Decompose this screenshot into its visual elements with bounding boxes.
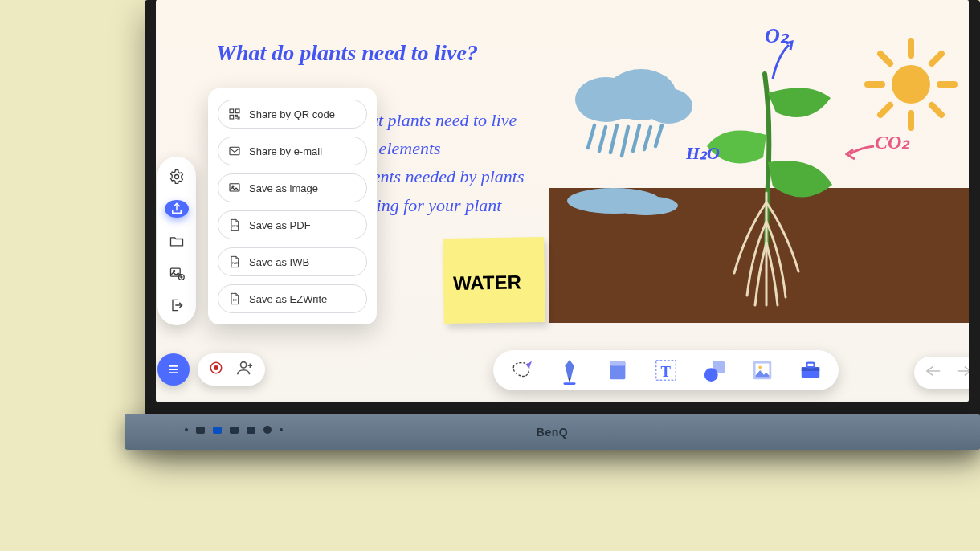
svg-rect-26 [230,109,234,113]
svg-rect-29 [230,147,239,154]
toolbox-icon [798,358,823,382]
history-toolbar [914,357,969,389]
svg-text:T: T [660,363,671,380]
svg-point-39 [214,365,218,370]
monitor-front-bar: BenQ [125,414,980,450]
redo-button[interactable] [954,364,969,382]
add-image-button[interactable] [165,264,189,282]
eraser-icon [606,358,630,382]
aux-port [263,426,272,434]
image-tool[interactable] [750,358,774,382]
side-toolbar [157,157,196,325]
front-ports [185,426,283,434]
svg-line-8 [880,105,890,115]
hdmi-port [196,427,205,434]
text-icon: T [654,358,678,382]
pen-icon [557,358,582,386]
brand-logo: BenQ [537,427,568,438]
sticky-note[interactable]: WATER [443,237,545,324]
svg-line-6 [932,105,941,115]
svg-line-17 [633,125,639,151]
svg-text:EZ: EZ [233,298,238,302]
shapes-icon [702,358,726,382]
share-popover: Share by QR code Share by e-mail Save as… [208,88,377,324]
svg-point-47 [704,368,718,382]
whiteboard-canvas[interactable]: What do plants need to live? hat plants … [156,0,969,402]
undo-button[interactable] [925,364,943,382]
undo-icon [925,364,943,378]
lesson-title: What do plants need to live? [216,39,478,67]
h2o-label: H₂O [686,145,720,162]
svg-line-14 [599,127,606,151]
svg-line-5 [880,54,890,63]
lesson-body: hat plants need to live al elements rien… [361,106,524,219]
settings-button[interactable] [165,168,189,186]
svg-line-13 [588,125,594,148]
svg-rect-53 [806,363,814,368]
svg-line-16 [622,127,628,156]
svg-rect-12 [582,98,678,119]
folder-icon [169,233,185,249]
add-person-icon [236,359,254,377]
usb-a-port-1 [230,427,239,434]
save-image-label: Save as image [249,183,318,194]
display-bezel: What do plants need to live? hat plants … [145,0,980,450]
bottom-toolbar: T [493,350,839,390]
svg-rect-28 [230,115,234,119]
text-tool[interactable]: T [654,358,678,382]
record-button[interactable] [209,361,223,378]
share-qr-option[interactable]: Share by QR code [218,100,367,129]
save-ez-label: Save as EZWrite [249,294,327,304]
record-icon [209,361,223,375]
svg-point-40 [241,362,247,368]
ez-file-icon: EZ [228,292,241,305]
menu-icon [165,361,182,378]
svg-rect-41 [564,382,576,385]
gear-icon [169,169,185,185]
save-image-option[interactable]: Save as image [218,173,367,202]
svg-rect-27 [235,109,239,113]
co2-label: CO₂ [875,133,909,152]
exit-icon [169,297,185,313]
svg-line-15 [610,125,617,153]
svg-point-50 [758,365,762,369]
mic-hole [280,428,283,431]
lasso-icon [509,358,533,382]
folder-button[interactable] [165,232,189,250]
svg-point-24 [174,270,175,271]
add-image-icon [169,265,185,281]
save-pdf-option[interactable]: PDF Save as PDF [218,210,367,239]
svg-point-21 [614,196,678,215]
usb-b-port [213,427,222,434]
svg-text:PDF: PDF [232,224,239,228]
redo-icon [954,364,969,378]
share-qr-label: Share by QR code [249,109,335,120]
qr-icon [228,108,241,120]
share-button[interactable] [165,200,189,218]
o2-label: O₂ [765,26,788,47]
add-person-button[interactable] [236,359,254,380]
svg-rect-23 [171,268,181,276]
eraser-tool[interactable] [606,358,630,382]
image-icon [750,358,774,382]
toolbox-tool[interactable] [798,358,823,382]
iwb-file-icon: IWB [228,255,241,268]
svg-rect-43 [610,361,626,366]
pen-tool[interactable] [557,358,582,382]
select-tool[interactable] [509,358,533,382]
share-email-label: Share by e-mail [249,146,322,157]
shapes-tool[interactable] [702,358,726,382]
save-iwb-option[interactable]: IWB Save as IWB [218,247,367,276]
share-email-option[interactable]: Share by e-mail [218,137,367,165]
svg-text:IWB: IWB [232,261,239,265]
svg-point-0 [892,65,930,104]
save-ezwrite-option[interactable]: EZ Save as EZWrite [218,284,367,313]
save-pdf-label: Save as PDF [249,220,311,231]
image-file-icon [228,182,241,194]
exit-button[interactable] [165,296,189,314]
svg-line-19 [655,125,662,146]
main-menu-button[interactable] [157,353,190,386]
save-iwb-label: Save as IWB [249,257,309,267]
co2-arrow [845,140,877,164]
share-icon [169,202,184,216]
